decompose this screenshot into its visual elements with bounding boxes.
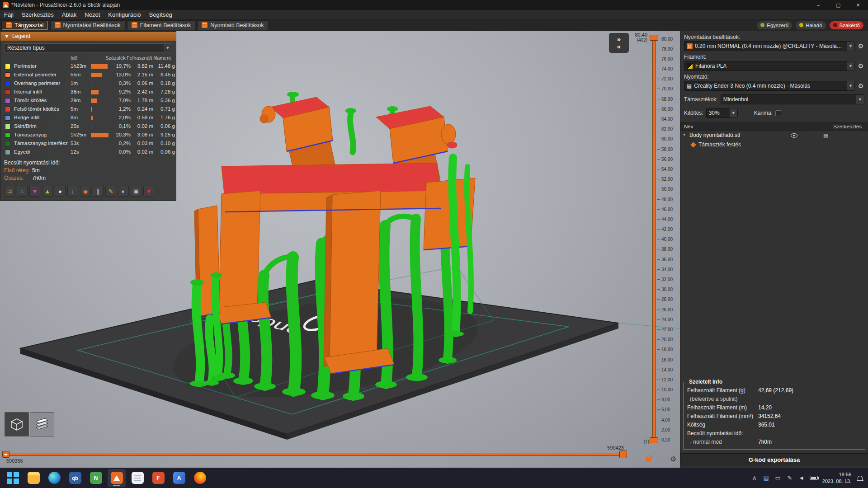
battery-icon[interactable]: [810, 476, 818, 480]
layer-slider-track[interactable]: [652, 38, 656, 443]
printer-gear-icon[interactable]: ⚙: [857, 82, 864, 89]
wipe-moves-icon[interactable]: ≈: [17, 186, 28, 197]
lock-icon[interactable]: [646, 458, 651, 462]
infill-dropdown[interactable]: 30% ▼: [706, 108, 738, 118]
menu-item[interactable]: Fájl: [0, 10, 18, 19]
tab-icon: [6, 22, 12, 28]
sliced-info-row: Felhasznált Filament (g) 42,69 (212,69): [684, 386, 865, 395]
tool-marker-icon[interactable]: ▼: [143, 186, 154, 197]
move-slider-track[interactable]: [6, 453, 623, 456]
print-settings-gear-icon[interactable]: ⚙: [857, 42, 864, 50]
retractions-icon[interactable]: ▼: [29, 186, 40, 197]
mode-simple[interactable]: Egyszerű: [757, 21, 792, 29]
taskbar-app-icon[interactable]: qb: [66, 469, 84, 487]
tray-display-icon[interactable]: ▭: [774, 474, 782, 481]
taskbar-app-icon[interactable]: [191, 469, 209, 487]
travel-moves-icon[interactable]: ⇉: [4, 186, 15, 197]
shells-icon[interactable]: ◐: [118, 186, 129, 197]
move-slider-right-handle[interactable]: [619, 450, 627, 458]
printer-label: Nyomtató:: [684, 74, 864, 80]
pause-prints-icon[interactable]: ∥: [93, 186, 104, 197]
menu-item[interactable]: Nézet: [80, 10, 104, 19]
custom-gcode-icon[interactable]: ✎: [105, 186, 116, 197]
settings-tab[interactable]: Tárgyasztal: [1, 20, 48, 30]
legend-row[interactable]: External perimeter 55m 13,0% 2.15 m 6.45…: [0, 71, 176, 80]
legend-header[interactable]: ▼ Legend: [0, 32, 176, 41]
tray-volume-icon[interactable]: ◄: [798, 474, 805, 481]
taskbar-app-icon[interactable]: [45, 469, 63, 487]
feature-time: 55m: [71, 72, 91, 77]
feature-grams: 0.06 g: [156, 123, 175, 129]
object-list-row[interactable]: ▾ Body nyomtatható.stl ▤: [680, 131, 868, 140]
settings-tab[interactable]: Filament Beállítások: [127, 20, 196, 30]
legend-row[interactable]: Támaszanyag 1h25m 20,3% 3.08 m 9.25 g: [0, 131, 176, 140]
object-list-row[interactable]: ▾ Támaszték festés ▤: [680, 140, 868, 150]
menu-item[interactable]: Szerkesztés: [18, 10, 58, 19]
tool-changes-icon[interactable]: ↓: [67, 186, 78, 197]
printer-dropdown[interactable]: ▤ Creality Ender-3 Neo (0.4 mm nozzle) -…: [684, 81, 855, 91]
minimize-button[interactable]: –: [808, 0, 828, 10]
feature-time: 12s: [71, 149, 91, 155]
menu-item[interactable]: Konfiguráció: [104, 10, 145, 19]
taskbar-clock[interactable]: 18:56 2023. 08. 13.: [822, 471, 851, 484]
seams-icon[interactable]: ●: [55, 186, 66, 197]
menu-item[interactable]: Ablak: [58, 10, 81, 19]
object-editing-icon[interactable]: ▤: [823, 132, 828, 138]
tab-icon: [132, 22, 137, 28]
legend-row[interactable]: Támaszanyag interfész 53s 0,2% 0.03 m 0.…: [0, 140, 176, 148]
legend-row[interactable]: Skirt/Brim 25s 0,1% 0.02 m 0.06 g: [0, 122, 176, 131]
taskbar-app-icon[interactable]: A: [170, 469, 188, 487]
taskbar-app-icon[interactable]: [128, 469, 146, 487]
color-changes-icon[interactable]: ◆: [80, 186, 91, 197]
taskbar-app-icon[interactable]: F: [149, 469, 167, 487]
feature-grams: 1.76 g: [156, 115, 175, 120]
maximize-button[interactable]: ▢: [828, 0, 848, 10]
deretractions-icon[interactable]: ▲: [42, 186, 53, 197]
taskbar-app-icon[interactable]: [24, 469, 42, 487]
expander-icon[interactable]: ▾: [683, 132, 685, 137]
taskbar-app-icon[interactable]: N: [87, 469, 105, 487]
viewport-gear-icon[interactable]: ⚙: [670, 455, 676, 463]
legend-row[interactable]: Overhang perimeter 1m 0,3% 0.06 m 0.18 g: [0, 80, 176, 88]
feature-percent: 0,0%: [107, 149, 131, 155]
legend-toggle-icon[interactable]: ▣: [131, 186, 142, 197]
brim-checkbox[interactable]: [775, 110, 781, 116]
tray-widgets-icon[interactable]: ▤: [763, 474, 770, 481]
feature-color-swatch: [5, 150, 10, 155]
preview-layers-button[interactable]: [30, 412, 54, 436]
layer-tick: 44,00: [657, 217, 681, 221]
legend-row[interactable]: Egyedi 12s 0,0% 0.02 m 0.06 g: [0, 148, 176, 157]
title-bar: *Névtelen - PrusaSlicer-2.6.0 a Slic3r a…: [0, 0, 868, 10]
tray-chevron-icon[interactable]: ∧: [751, 474, 758, 481]
3d-view-button[interactable]: [5, 412, 29, 436]
object-list: ▾ Body nyomtatható.stl ▤ ▾ Támaszték fes…: [680, 131, 868, 150]
total-time-label: Összes:: [4, 175, 32, 181]
legend-row[interactable]: Bridge infill 8m 2,0% 0.58 m 1.76 g: [0, 114, 176, 122]
move-slider-left-handle[interactable]: ◂▸: [2, 451, 9, 458]
mode-advanced[interactable]: Haladó: [796, 21, 826, 29]
export-gcode-button[interactable]: G-kód exportálása: [680, 453, 868, 466]
mode-expert[interactable]: Szakértő: [830, 21, 863, 29]
legend-row[interactable]: Internal infill 38m 9,2% 2.42 m 7.28 g: [0, 88, 176, 97]
layer-tick: 12,00: [657, 377, 681, 382]
supports-dropdown[interactable]: Mindenhol ▼: [721, 94, 864, 104]
menu-item[interactable]: Segítség: [145, 10, 176, 19]
view-type-dropdown[interactable]: Részelem típus ▼: [4, 43, 172, 52]
filament-dropdown[interactable]: Filanora PLA ▼: [684, 61, 855, 71]
tray-pen-icon[interactable]: ✎: [786, 474, 793, 481]
legend-row[interactable]: Perimeter 1h23m 19,7% 3.82 m 11.48 g: [0, 62, 176, 71]
settings-tab[interactable]: Nyomtatási Beállítások: [50, 20, 125, 30]
settings-tab-bar: Tárgyasztal Nyomtatási Beállítások Filam…: [0, 19, 868, 31]
collapse-right-icon: »: [617, 36, 621, 43]
taskbar-app-icon[interactable]: [108, 469, 126, 487]
notification-bell-icon[interactable]: [858, 476, 863, 480]
legend-row[interactable]: Tömör kitöltés 29m 7,0% 1.78 m 5.36 g: [0, 97, 176, 105]
legend-row[interactable]: Felső tömör kitöltés 5m 1,2% 0.24 m 0.71…: [0, 105, 176, 114]
printer-icon: ▤: [687, 83, 692, 89]
taskbar-app-icon[interactable]: [4, 469, 22, 487]
print-settings-dropdown[interactable]: 0.20 mm NORMAL (0.4 mm nozzle) @CREALITY…: [684, 41, 855, 51]
filament-gear-icon[interactable]: ⚙: [857, 62, 864, 70]
close-button[interactable]: ✕: [848, 0, 868, 10]
eye-icon[interactable]: [791, 133, 797, 138]
settings-tab[interactable]: Nyomtató Beállítások: [197, 20, 268, 30]
